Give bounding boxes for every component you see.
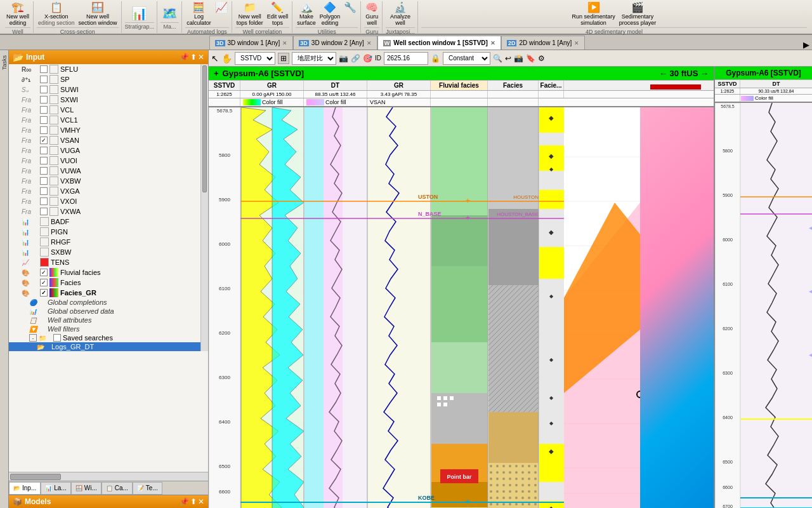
tree-item-vxbw[interactable]: Fra VXBW (9, 176, 200, 186)
vcl1-checkbox[interactable] (40, 116, 48, 124)
panel-close-btn[interactable]: ✕ (198, 53, 204, 62)
polygon-editing-btn[interactable]: 🔷 Polygon editing (318, 0, 342, 27)
tree-item-well-filters[interactable]: 🔽 Well filters (9, 324, 200, 333)
bottom-tab-wi[interactable]: 🪟 Wi... (71, 482, 102, 495)
lock-btn[interactable]: 🔒 (431, 54, 440, 63)
tab-3d-1-close[interactable]: ✕ (282, 40, 287, 46)
tree-item-vcl[interactable]: Fra VCL (9, 105, 200, 115)
models-close-btn[interactable]: ✕ (198, 497, 204, 506)
new-well-section-btn[interactable]: 🪟 New well section window (77, 0, 119, 27)
tree-item-vxwa[interactable]: Fra VXWA (9, 206, 200, 217)
tab-2d-1[interactable]: 2D 2D window 1 [Any] ✕ (501, 36, 585, 50)
tree-item-vuoi[interactable]: Fra VUOI (9, 156, 200, 166)
tree-item-vxoi[interactable]: Fra VXOI (9, 196, 200, 206)
bottom-tab-la[interactable]: 📊 La... (41, 482, 70, 495)
auto-logs-btn2[interactable]: 📈 (214, 0, 229, 27)
tab-2d-1-close[interactable]: ✕ (574, 40, 579, 46)
tree-item-vsan[interactable]: Fra VSAN (9, 135, 200, 145)
run-sedimentary-btn[interactable]: ▶️ Run sedimentary simulation (571, 0, 617, 27)
new-tops-folder-btn[interactable]: 📁 New well tops folder (235, 0, 265, 27)
analyze-well-btn[interactable]: 🔬 Analyze well (389, 0, 412, 27)
bottom-tab-ca[interactable]: 📋 Ca... (102, 482, 133, 495)
tree-item-facies[interactable]: 🎨 Facies (9, 277, 200, 288)
sxwi-checkbox[interactable] (40, 96, 48, 104)
tree-item-vuwa[interactable]: Fra VUWA (9, 166, 200, 176)
bottom-tab-inp[interactable]: 📂 Inp... (9, 482, 41, 495)
tab-well-section[interactable]: W Well section window 1 [SSTVD] ✕ (377, 36, 501, 50)
search-btn[interactable]: 🔍 (493, 54, 502, 63)
models-pin-btn[interactable]: 📌 (180, 497, 189, 506)
fluvial-facies-checkbox[interactable] (40, 269, 48, 276)
vxbw-checkbox[interactable] (40, 177, 48, 185)
make-surface-btn[interactable]: 🏔️ Make surface (296, 0, 317, 27)
tree-item-vcl1[interactable]: Fra VCL1 (9, 115, 200, 125)
camera-btn2[interactable]: 📸 (514, 54, 523, 63)
tree-item-suwi[interactable]: Sᵤ SUWI (9, 84, 200, 95)
back-btn[interactable]: ↩ (505, 54, 511, 63)
tree-item-facies-gr[interactable]: 🎨 Facies_GR (9, 288, 200, 298)
link-btn[interactable]: 🔗 (351, 54, 360, 63)
depth-input[interactable] (384, 52, 428, 65)
log-svg[interactable]: 5678.5 5800 5900 6000 6100 6200 6300 640… (209, 107, 640, 508)
panel-detach-btn[interactable]: ⬆ (190, 53, 197, 62)
edit-well-tops-btn[interactable]: ✏️ Edit well tops (266, 0, 290, 27)
sstvd-select[interactable]: SSTVD (235, 52, 275, 65)
tab-scroll-right[interactable]: ▶ (801, 40, 812, 50)
tree-item-logs-gr-dt[interactable]: 📂 Logs_GR_DT (9, 342, 200, 351)
settings-btn[interactable]: ⚙ (538, 54, 545, 63)
tree-item-well-attributes[interactable]: 📋 Well attributes (9, 316, 200, 324)
vsan-checkbox[interactable] (40, 137, 48, 144)
xsection-editing-btn[interactable]: 📋 X-section editing section (37, 0, 76, 27)
tree-item-saved-searches[interactable]: - 📁 Saved searches (9, 333, 200, 342)
tree-hscrollbar[interactable] (9, 472, 208, 481)
hscroll-thumb[interactable] (10, 474, 61, 480)
compare-select[interactable]: 地层对比 (292, 52, 336, 65)
vmhy-checkbox[interactable] (40, 126, 48, 134)
log-calc-btn[interactable]: 🧮 Log calculator (185, 0, 213, 27)
tree-item-sxwi[interactable]: Fra SXWI (9, 95, 200, 105)
models-detach-btn[interactable]: ⬆ (190, 497, 197, 506)
tree-item-tens[interactable]: 📈 TENS (9, 257, 200, 267)
camera-icon-btn[interactable]: 📷 (339, 54, 348, 63)
vuoi-checkbox[interactable] (40, 157, 48, 164)
cursor-depth-btn[interactable]: 🎯 (363, 54, 372, 63)
tree-item-badf[interactable]: 📊 BADF (9, 217, 200, 227)
panel-pin-btn[interactable]: 📌 (180, 53, 189, 62)
tab-3d-1[interactable]: 3D 3D window 1 [Any] ✕ (209, 36, 293, 50)
tree-item-fluvial-facies[interactable]: 🎨 Fluvial facies (9, 267, 200, 277)
new-well-editing-btn[interactable]: 🏗️ New well editing (5, 0, 30, 27)
strat-btn[interactable]: 📊 (130, 4, 148, 22)
tree-item-vuga[interactable]: Fra VUGA (9, 145, 200, 156)
sp-checkbox[interactable] (40, 76, 48, 83)
bottom-tab-te[interactable]: 📝 Te... (133, 482, 162, 495)
guru-well-btn[interactable]: 🧠 Guru well (364, 0, 379, 27)
sedimentary-process-player-btn[interactable]: 🎬 Sedimentary process player (618, 0, 658, 27)
tree-item-vmhy[interactable]: Fra VMHY (9, 125, 200, 135)
cursor-tool-btn[interactable]: ↖ (211, 53, 219, 64)
ma-btn[interactable]: 🗺️ (160, 4, 179, 22)
tree-item-global-completions[interactable]: 🔵 Global completions (9, 298, 200, 307)
saved-searches-checkbox[interactable] (53, 334, 61, 342)
tree-item-sflu[interactable]: R₀₀ SFLU (9, 64, 200, 74)
tree-item-pign[interactable]: 📊 PIGN (9, 227, 200, 237)
tree-item-global-obs[interactable]: 📊 Global observed data (9, 307, 200, 316)
utilities-extra-btn[interactable]: 🔧 (343, 0, 358, 27)
constant-select[interactable]: Constant (443, 52, 490, 65)
vxga-checkbox[interactable] (40, 187, 48, 195)
grid-btn[interactable]: ⊞ (278, 53, 289, 64)
facies-gr-checkbox[interactable] (40, 289, 48, 297)
pan-tool-btn[interactable]: ✋ (221, 53, 232, 64)
tree-item-rhgf[interactable]: 📊 RHGF (9, 237, 200, 247)
tree-item-sp[interactable]: ∂⁺₁ SP (9, 74, 200, 84)
tree-item-vxga[interactable]: Fra VXGA (9, 186, 200, 196)
tree-item-sxbw[interactable]: 📊 SXBW (9, 247, 200, 257)
vcl-checkbox[interactable] (40, 106, 48, 114)
suwi-checkbox[interactable] (40, 86, 48, 93)
tab-3d-2-close[interactable]: ✕ (367, 40, 372, 46)
tasks-tab[interactable]: Tasks (1, 53, 8, 72)
tab-well-section-close[interactable]: ✕ (490, 40, 495, 46)
sflu-checkbox[interactable] (40, 65, 48, 73)
vuga-checkbox[interactable] (40, 147, 48, 154)
tree-vscrollbar[interactable] (200, 64, 208, 351)
vxoi-checkbox[interactable] (40, 197, 48, 205)
